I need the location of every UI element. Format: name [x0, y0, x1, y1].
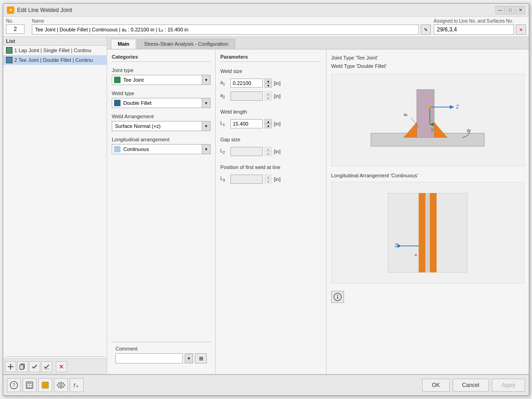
joint-type-select[interactable]: Tee Joint ▼ [112, 75, 211, 85]
l1-decrement-button[interactable]: ▼ [265, 124, 272, 128]
assigned-clear-button[interactable]: ✕ [516, 24, 526, 35]
weld-size-label: Weld size [220, 68, 321, 74]
svg-text:y: y [431, 127, 434, 132]
color-button[interactable] [38, 378, 52, 392]
weld-size-group: Weld size a1 ▲ ▼ [in] a2 [220, 68, 321, 103]
l1-input[interactable] [230, 119, 263, 128]
comment-select[interactable] [115, 353, 183, 363]
svg-point-34 [27, 387, 28, 388]
parameters-title: Parameters [220, 54, 321, 62]
l2-label: L2 [220, 148, 229, 155]
a2-increment-button: ▲ [265, 91, 272, 96]
settings-button[interactable] [54, 378, 68, 392]
comment-dropdown-arrow-icon[interactable]: ▼ [185, 353, 193, 363]
a2-unit: [in] [274, 93, 281, 99]
weld-arrangement-value: Surface Normal (+z) [112, 123, 202, 129]
name-edit-button[interactable]: ✎ [421, 24, 431, 35]
joint-type-value: Tee Joint [122, 77, 202, 83]
longitudinal-label: Longitudinal arrangement [112, 137, 211, 142]
l3-increment-button: ▲ [265, 175, 272, 179]
svg-rect-1 [10, 364, 11, 369]
info-button[interactable] [331, 291, 344, 303]
maximize-button[interactable]: □ [506, 6, 515, 14]
comment-edit-button[interactable]: ⊞ [195, 353, 207, 363]
weld-type-arrow-icon: ▼ [202, 98, 210, 108]
svg-rect-20 [425, 193, 430, 272]
weld-length-label: Weld length [220, 109, 321, 115]
svg-text:×: × [415, 253, 417, 258]
comment-row: ▼ ⊞ [115, 353, 207, 363]
l1-increment-button[interactable]: ▲ [265, 119, 272, 124]
edit-line-welded-joint-dialog: ✦ Edit Line Welded Joint — □ ✕ No. Name … [3, 3, 529, 396]
minimize-button[interactable]: — [496, 6, 505, 14]
list-item[interactable]: 2 Tee Joint | Double Fillet | Continu [3, 55, 107, 65]
tab-stress-strain[interactable]: Stress-Strain Analysis - Configuration [137, 39, 235, 49]
joint-diagram: Z y a₁ α [331, 74, 524, 166]
longitudinal-value: Continuous [122, 146, 202, 152]
list-header: List [3, 37, 107, 46]
cancel-button[interactable]: Cancel [453, 379, 489, 392]
svg-rect-37 [42, 382, 48, 388]
apply-button[interactable]: Apply [492, 379, 525, 392]
ok-button[interactable]: OK [422, 379, 449, 392]
delete-item-button[interactable]: ✕ [56, 361, 67, 372]
svg-marker-8 [434, 122, 447, 138]
svg-point-33 [31, 385, 32, 386]
name-input[interactable] [32, 24, 419, 35]
extra-space [112, 160, 211, 336]
no-label: No. [6, 18, 29, 24]
tab-main[interactable]: Main [111, 39, 136, 49]
list-panel: List 1 Lap Joint | Single Fillet | Conti… [3, 37, 107, 374]
weld-type-value: Double Fillet [122, 100, 202, 106]
new-item-button[interactable] [5, 361, 16, 372]
longitudinal-select[interactable]: Continuous ▼ [112, 144, 211, 154]
title-buttons: — □ ✕ [496, 6, 525, 14]
categories-title: Categories [112, 54, 211, 62]
joint-type-group: Joint type Tee Joint ▼ [112, 67, 211, 85]
close-button[interactable]: ✕ [516, 6, 525, 14]
l3-unit: [in] [274, 176, 281, 182]
a1-row: a1 ▲ ▼ [in] [220, 79, 321, 88]
check-all-button[interactable] [29, 361, 40, 372]
a1-input[interactable] [230, 79, 263, 88]
a1-spinner[interactable]: ▲ ▼ [265, 79, 272, 88]
weld-arrangement-select[interactable]: Surface Normal (+z) ▼ [112, 121, 211, 131]
a2-label: a2 [220, 93, 229, 99]
list-item[interactable]: 1 Lap Joint | Single Fillet | Continu [3, 46, 107, 55]
formula-button[interactable]: f x [70, 378, 84, 392]
l1-spinner[interactable]: ▲ ▼ [265, 119, 272, 128]
a1-increment-button[interactable]: ▲ [265, 79, 272, 83]
position-group: Position of first weld at line L3 ▲ ▼ [i… [220, 164, 321, 186]
list-item-icon [6, 47, 12, 54]
name-field-group: Name ✎ [32, 18, 431, 35]
svg-rect-3 [20, 365, 24, 369]
title-bar-left: ✦ Edit Line Welded Joint [7, 6, 72, 14]
comment-label: Comment [115, 346, 207, 351]
weld-type-label: Weld type [112, 91, 211, 96]
assigned-input[interactable] [434, 24, 514, 35]
uncheck-all-button[interactable] [41, 361, 52, 372]
gap-size-label: Gap size [220, 137, 321, 142]
weld-type-select[interactable]: Double Fillet ▼ [112, 98, 211, 108]
svg-point-32 [29, 385, 30, 386]
visual-bottom [331, 291, 524, 303]
weld-arrangement-arrow-icon: ▼ [202, 121, 210, 131]
duplicate-item-button[interactable] [17, 361, 28, 372]
joint-type-color-indicator [114, 77, 121, 83]
list-item-icon [6, 57, 12, 63]
longitudinal-diagram: Z × [331, 182, 524, 284]
assigned-row: ✕ [434, 24, 526, 35]
no-input[interactable] [6, 24, 24, 34]
bottom-left-toolbar: ? [7, 378, 84, 392]
a2-spinner: ▲ ▼ [265, 91, 272, 101]
weld-type-group: Weld type Double Fillet ▼ [112, 91, 211, 108]
l1-unit: [in] [274, 121, 281, 127]
a1-decrement-button[interactable]: ▼ [265, 83, 272, 88]
help-button[interactable]: ? [7, 378, 21, 392]
a1-label: a1 [220, 80, 229, 86]
calculator-button[interactable] [23, 378, 36, 392]
categories-panel: Categories Joint type Tee Joint ▼ Weld t… [107, 49, 216, 374]
joint-type-label: Joint type [112, 67, 211, 73]
list-toolbar: ✕ [3, 358, 107, 374]
dialog-title: Edit Line Welded Joint [17, 7, 72, 13]
